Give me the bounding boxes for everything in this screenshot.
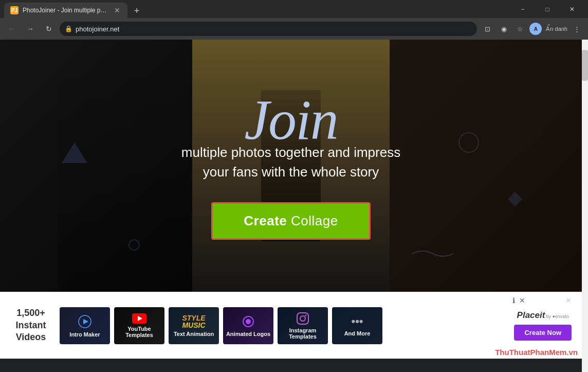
new-tab-button[interactable]: + bbox=[130, 4, 144, 18]
ad-tile-animated[interactable]: Animated Logos bbox=[223, 307, 273, 344]
menu-button[interactable]: ⋮ bbox=[569, 22, 584, 36]
tab-title: PhotoJoiner - Join multiple photo... bbox=[23, 7, 109, 14]
create-label-bold: Create bbox=[244, 213, 287, 228]
reload-button[interactable]: ↻ bbox=[41, 21, 57, 37]
scrollbar[interactable] bbox=[582, 40, 588, 372]
ad-close-icon[interactable]: ✕ bbox=[519, 296, 525, 305]
create-collage-button[interactable]: Create Collage bbox=[211, 202, 370, 240]
ad-tiles: Intro Maker YouTube Templates STYLE bbox=[60, 307, 382, 344]
minimize-button[interactable]: − bbox=[511, 0, 535, 18]
tab-bar: PJ PhotoJoiner - Join multiple photo... … bbox=[4, 0, 507, 18]
ad-tile-instagram-label: Instagram Templates bbox=[278, 327, 328, 340]
svg-rect-6 bbox=[297, 313, 308, 324]
eye-button[interactable]: ◉ bbox=[497, 22, 511, 36]
animated-icon bbox=[241, 314, 255, 329]
ad-tile-intro[interactable]: Intro Maker bbox=[60, 307, 110, 344]
ad-tile-youtube[interactable]: YouTube Templates bbox=[114, 307, 164, 344]
hero-content: Join multiple photos together and impres… bbox=[0, 92, 582, 240]
hero-title-area: Join multiple photos together and impres… bbox=[181, 92, 400, 182]
create-label-normal: Collage bbox=[287, 213, 338, 228]
placeit-area: Placeit by ●envato Create Now bbox=[514, 310, 572, 341]
text-anim-accent: STYLE bbox=[182, 314, 205, 322]
svg-point-7 bbox=[300, 316, 305, 321]
svg-point-8 bbox=[305, 314, 307, 316]
hero-subtitle: multiple photos together and impress you… bbox=[181, 143, 400, 182]
maximize-button[interactable]: □ bbox=[536, 0, 559, 18]
ad-tile-more-label: And More bbox=[344, 330, 371, 336]
active-tab[interactable]: PJ PhotoJoiner - Join multiple photo... … bbox=[4, 3, 127, 18]
instant-videos-label: 1,500+ Instant Videos bbox=[10, 307, 51, 343]
tab-favicon: PJ bbox=[10, 6, 19, 14]
browser-content: Join multiple photos together and impres… bbox=[0, 40, 588, 372]
hero-section: Join multiple photos together and impres… bbox=[0, 40, 582, 292]
ad-tile-more[interactable]: ••• And More bbox=[332, 307, 382, 344]
close-button[interactable]: ✕ bbox=[560, 0, 584, 18]
profile-label: Ẩn danh bbox=[546, 26, 567, 32]
placeit-by: by ●envato bbox=[546, 314, 568, 319]
deco-small-circle bbox=[128, 239, 140, 251]
bookmark-button[interactable]: ☆ bbox=[513, 22, 527, 36]
svg-marker-1 bbox=[83, 319, 88, 324]
scrollbar-thumb[interactable] bbox=[582, 50, 588, 81]
forward-button[interactable]: → bbox=[23, 21, 38, 37]
profile-area[interactable]: A Ẩn danh bbox=[529, 22, 567, 36]
translate-button[interactable]: ⊡ bbox=[480, 22, 494, 36]
title-bar: PJ PhotoJoiner - Join multiple photo... … bbox=[0, 0, 588, 18]
lock-icon: 🔒 bbox=[65, 25, 72, 32]
ad-tile-youtube-label: YouTube Templates bbox=[114, 326, 164, 338]
join-heading: Join bbox=[244, 92, 337, 148]
nav-bar: ← → ↻ 🔒 photojoiner.net ⊡ ◉ ☆ A Ẩn danh … bbox=[0, 18, 588, 40]
youtube-icon bbox=[132, 313, 146, 324]
watermark: ThuThuatPhanMem.vn bbox=[495, 348, 578, 357]
more-dots-icon: ••• bbox=[351, 315, 363, 328]
url-text: photojoiner.net bbox=[76, 25, 472, 33]
deco-wave bbox=[412, 249, 453, 261]
nav-actions: ⊡ ◉ ☆ A Ẩn danh ⋮ bbox=[480, 22, 584, 36]
page-content: Join multiple photos together and impres… bbox=[0, 40, 582, 372]
ad-dismiss-icon[interactable]: ✕ bbox=[565, 296, 572, 305]
instagram-icon bbox=[296, 312, 309, 325]
ad-tile-animated-label: Animated Logos bbox=[226, 331, 270, 337]
back-button[interactable]: ← bbox=[4, 21, 20, 37]
svg-point-5 bbox=[246, 319, 251, 324]
avatar: A bbox=[529, 23, 542, 35]
ad-info-icon[interactable]: ℹ bbox=[512, 296, 515, 305]
create-now-button[interactable]: Create Now bbox=[514, 325, 572, 341]
text-anim-music: MUSIC bbox=[182, 322, 205, 329]
ad-tile-text-label: Text Animation bbox=[174, 331, 214, 337]
placeit-label: Placeit bbox=[517, 310, 545, 321]
window-controls: − □ ✕ bbox=[511, 0, 584, 18]
ad-tile-instagram[interactable]: Instagram Templates bbox=[278, 307, 328, 344]
ad-banner: ℹ ✕ ✕ 1,500+ Instant Videos Intro M bbox=[0, 292, 582, 359]
tab-close-button[interactable]: ✕ bbox=[113, 6, 121, 14]
ad-tile-intro-label: Intro Maker bbox=[69, 331, 100, 338]
address-bar[interactable]: 🔒 photojoiner.net bbox=[60, 22, 477, 36]
browser-frame: PJ PhotoJoiner - Join multiple photo... … bbox=[0, 0, 588, 372]
ad-tile-text[interactable]: STYLE MUSIC Text Animation bbox=[169, 307, 219, 344]
intro-icon bbox=[77, 314, 93, 329]
